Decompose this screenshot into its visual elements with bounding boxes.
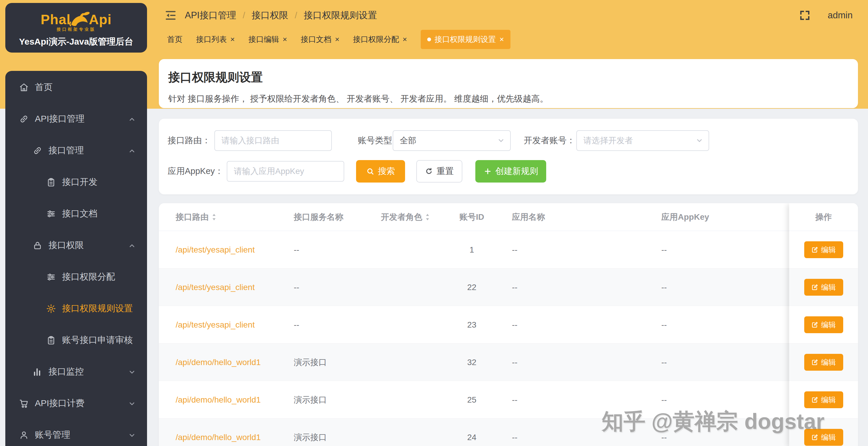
cell-service: 演示接口 xyxy=(294,344,327,381)
route-link[interactable]: /api/test/yesapi_client xyxy=(176,231,255,268)
route-link[interactable]: /api/test/yesapi_client xyxy=(176,268,255,306)
fixed-action-column: 操作 编辑 编辑 编辑 xyxy=(789,203,858,446)
sidebar-item-interface-monitor[interactable]: 接口监控 xyxy=(5,356,147,388)
cell-service: -- xyxy=(294,306,299,344)
route-input[interactable] xyxy=(214,130,332,151)
breadcrumb-item[interactable]: 接口权限 xyxy=(252,9,288,22)
create-rule-button[interactable]: 创建新规则 xyxy=(475,160,546,182)
edit-button[interactable]: 编辑 xyxy=(804,429,843,446)
chevron-down-icon xyxy=(695,137,703,144)
sidebar-item-interface-permission[interactable]: 接口权限 xyxy=(5,230,147,261)
current-user[interactable]: admin xyxy=(828,10,852,21)
column-route[interactable]: 接口路由 xyxy=(176,203,216,231)
breadcrumb-separator: / xyxy=(294,10,297,20)
sidebar-item-interface-dev[interactable]: 接口开发 xyxy=(5,166,147,198)
action-cell: 编辑 xyxy=(789,306,858,344)
close-icon[interactable]: × xyxy=(500,35,504,43)
table-row: /api/demo/hello_world1 演示接口 32 -- -- xyxy=(159,344,858,381)
tab-label: 接口文档 xyxy=(301,34,331,44)
edit-button[interactable]: 编辑 xyxy=(804,354,843,371)
cell-service: 演示接口 xyxy=(294,419,327,446)
lock-icon xyxy=(32,240,42,250)
developer-label: 开发者账号： xyxy=(524,135,576,147)
plus-icon xyxy=(484,167,492,175)
tab-permission-assign[interactable]: 接口权限分配 × xyxy=(353,34,407,44)
tab-label: 接口权限规则设置 xyxy=(435,34,496,44)
appkey-input[interactable] xyxy=(227,161,344,182)
edit-button[interactable]: 编辑 xyxy=(804,391,843,408)
route-link[interactable]: /api/demo/hello_world1 xyxy=(176,344,261,381)
sort-icon[interactable] xyxy=(425,213,430,221)
tab-permission-rules[interactable]: 接口权限规则设置 × xyxy=(421,30,510,49)
sidebar-item-label: API接口计费 xyxy=(35,397,85,409)
fullscreen-icon[interactable] xyxy=(799,9,811,21)
column-label: 开发者角色 xyxy=(381,211,422,223)
close-icon[interactable]: × xyxy=(335,35,339,43)
edit-button[interactable]: 编辑 xyxy=(804,279,843,296)
sidebar-item-permission-assign[interactable]: 接口权限分配 xyxy=(5,261,147,293)
appkey-filter-label: 应用AppKey： xyxy=(168,166,227,177)
edit-button-label: 编辑 xyxy=(821,283,836,292)
breadcrumb-separator: / xyxy=(243,10,245,20)
column-label: 应用名称 xyxy=(512,211,545,223)
route-link[interactable]: /api/demo/hello_world1 xyxy=(176,381,261,419)
cell-app-name: -- xyxy=(512,419,518,446)
table-header-row: 接口路由 接口服务名称 开发者角色 账号ID 应用名称 应用AppKey xyxy=(159,203,858,231)
reset-button[interactable]: 重置 xyxy=(416,160,462,182)
active-tab-dot xyxy=(427,37,431,41)
column-developer-role[interactable]: 开发者角色 xyxy=(381,203,430,231)
tab-interface-edit[interactable]: 接口编辑 × xyxy=(248,34,287,44)
bar-chart-icon xyxy=(32,367,42,377)
sliders-icon xyxy=(46,272,56,282)
search-button-label: 搜索 xyxy=(378,166,395,177)
edit-button[interactable]: 编辑 xyxy=(804,241,843,258)
column-app-name: 应用名称 xyxy=(512,203,545,231)
account-type-select[interactable]: 全部 xyxy=(393,130,511,151)
column-service-name: 接口服务名称 xyxy=(294,203,343,231)
sidebar-item-account-management[interactable]: 账号管理 xyxy=(5,419,147,446)
sidebar-item-label: 接口权限规则设置 xyxy=(62,302,133,315)
sidebar-item-interface-docs[interactable]: 接口文档 xyxy=(5,198,147,230)
developer-select[interactable]: 请选择开发者 xyxy=(576,130,709,151)
sidebar-item-home[interactable]: 首页 xyxy=(5,71,147,103)
chevron-down-icon xyxy=(128,399,136,407)
edit-icon xyxy=(811,359,818,366)
chevron-up-icon xyxy=(128,115,136,123)
sidebar-item-label: 接口文档 xyxy=(62,208,97,220)
close-icon[interactable]: × xyxy=(283,35,287,43)
sidebar-item-account-review[interactable]: 账号接口申请审核 xyxy=(5,324,147,356)
cell-app-key: -- xyxy=(661,268,667,306)
sidebar-item-api-billing[interactable]: API接口计费 xyxy=(5,388,147,419)
sidebar-item-api-management[interactable]: API接口管理 xyxy=(5,103,147,135)
sidebar-item-label: 接口监控 xyxy=(49,366,84,378)
tab-home[interactable]: 首页 xyxy=(167,34,182,44)
sidebar-item-label: 接口开发 xyxy=(62,176,97,188)
route-link[interactable]: /api/demo/hello_world1 xyxy=(176,419,261,446)
close-icon[interactable]: × xyxy=(230,35,235,43)
brand-name-left: Phal xyxy=(41,13,70,26)
table-row: /api/demo/hello_world1 演示接口 24 -- -- xyxy=(159,419,858,446)
route-link[interactable]: /api/test/yesapi_client xyxy=(176,306,255,344)
breadcrumb-item[interactable]: API接口管理 xyxy=(185,9,236,22)
sidebar-item-permission-rules[interactable]: 接口权限规则设置 xyxy=(5,293,147,324)
cell-app-key: -- xyxy=(661,381,667,419)
tab-interface-docs[interactable]: 接口文档 × xyxy=(301,34,339,44)
filter-row-2: 应用AppKey： 搜索 重置 创建新规则 xyxy=(168,161,546,182)
cell-service: -- xyxy=(294,231,299,268)
cell-account-id: 22 xyxy=(454,268,490,306)
tab-label: 接口列表 xyxy=(196,34,227,44)
table-row: /api/test/yesapi_client -- 1 -- -- xyxy=(159,231,858,268)
rules-table: 接口路由 接口服务名称 开发者角色 账号ID 应用名称 应用AppKey /ap… xyxy=(159,203,858,446)
collapse-sidebar-icon[interactable] xyxy=(164,9,177,22)
search-button[interactable]: 搜索 xyxy=(356,160,405,182)
sidebar-item-interface-management[interactable]: 接口管理 xyxy=(5,135,147,166)
cell-service: 演示接口 xyxy=(294,381,327,419)
edit-button[interactable]: 编辑 xyxy=(804,316,843,333)
close-icon[interactable]: × xyxy=(403,35,407,43)
cell-account-id: 24 xyxy=(454,419,490,446)
tab-interface-list[interactable]: 接口列表 × xyxy=(196,34,235,44)
clipboard-icon xyxy=(46,177,56,187)
edit-icon xyxy=(811,434,818,441)
sort-icon[interactable] xyxy=(212,213,216,221)
route-filter-label: 接口路由： xyxy=(168,135,214,147)
